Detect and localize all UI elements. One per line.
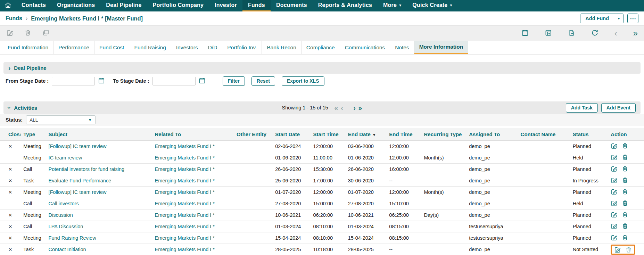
delete-activity-icon[interactable] — [622, 142, 628, 149]
from-stage-date-input[interactable] — [52, 77, 95, 85]
export-to-xls-button[interactable]: Export to XLS — [282, 76, 324, 86]
edit-activity-icon[interactable] — [611, 223, 617, 229]
more-options-button[interactable]: ⋯ — [627, 14, 638, 23]
to-date-calendar-button[interactable] — [199, 77, 206, 85]
column-header-start-time[interactable]: Start Time — [311, 128, 345, 141]
close-activity-button[interactable]: ✕ — [8, 190, 12, 195]
add-task-button[interactable]: Add Task — [566, 103, 598, 113]
delete-activity-icon[interactable] — [622, 200, 628, 206]
edit-activity-icon[interactable] — [611, 200, 617, 206]
nav-item-quick-create[interactable]: Quick Create▾ — [407, 0, 457, 11]
filter-button[interactable]: Filter — [223, 76, 245, 86]
nav-item-investor[interactable]: Investor — [209, 0, 242, 11]
collapse-chevron-icon[interactable]: › — [8, 65, 10, 71]
tab-fund-information[interactable]: Fund Information — [3, 41, 53, 54]
activity-subject-link[interactable]: LPA Discussion — [49, 224, 83, 229]
column-header-status[interactable]: Status — [570, 128, 608, 141]
breadcrumb-funds-link[interactable]: Funds — [6, 15, 22, 22]
from-date-calendar-button[interactable] — [98, 77, 105, 85]
expand-chevron-icon[interactable]: › — [6, 107, 13, 109]
nav-item-funds[interactable]: Funds — [242, 0, 271, 11]
related-to-link[interactable]: Emerging Markets Fund I * — [155, 235, 215, 241]
column-header-action[interactable]: Action — [608, 128, 644, 141]
edit-record-button[interactable] — [6, 29, 13, 37]
column-header-end-date[interactable]: End Date▼ — [345, 128, 387, 141]
duplicate-record-button[interactable] — [42, 29, 49, 37]
import-table-button[interactable] — [545, 29, 552, 38]
close-activity-button[interactable]: ✕ — [8, 213, 12, 218]
tab-more-information[interactable]: More Information — [414, 41, 468, 54]
edit-activity-icon[interactable] — [611, 234, 617, 241]
export-document-button[interactable] — [568, 29, 575, 38]
related-to-link[interactable]: Emerging Markets Fund I * — [155, 166, 215, 172]
close-activity-button[interactable]: ✕ — [8, 178, 12, 183]
related-to-link[interactable]: Emerging Markets Fund I * — [155, 189, 215, 195]
delete-activity-icon[interactable] — [622, 177, 628, 183]
to-stage-date-input[interactable] — [152, 77, 196, 85]
last-record-button[interactable]: » — [633, 29, 638, 38]
tab-fund-raising[interactable]: Fund Raising — [129, 41, 171, 54]
edit-activity-icon[interactable] — [611, 177, 617, 183]
deal-pipeline-section-bar[interactable]: › Deal Pipeline — [3, 62, 641, 74]
close-activity-button[interactable]: ✕ — [8, 167, 12, 172]
delete-activity-icon[interactable] — [622, 223, 628, 229]
delete-activity-icon[interactable] — [622, 154, 628, 161]
close-activity-button[interactable]: ✕ — [8, 236, 12, 241]
tab-fund-cost[interactable]: Fund Cost — [94, 41, 129, 54]
column-header-type[interactable]: Type — [20, 128, 46, 141]
add-event-button[interactable]: Add Event — [601, 103, 636, 113]
refresh-button[interactable] — [591, 29, 598, 38]
nav-item-more[interactable]: More▾ — [378, 0, 407, 11]
nav-item-organizations[interactable]: Organizations — [51, 0, 100, 11]
pager-last-icon[interactable]: » — [358, 105, 362, 111]
activity-subject-link[interactable]: [Followup] IC team review — [49, 143, 107, 149]
column-header-close[interactable]: Close — [0, 128, 20, 141]
delete-activity-icon[interactable] — [622, 188, 628, 195]
activity-subject-link[interactable]: Evaluate Fund Performance — [49, 178, 112, 183]
reset-button[interactable]: Reset — [251, 76, 275, 86]
related-to-link[interactable]: Emerging Markets Fund I * — [155, 155, 215, 161]
column-header-contact-name[interactable]: Contact Name — [518, 128, 570, 141]
nav-item-documents[interactable]: Documents — [271, 0, 313, 11]
column-header-end-time[interactable]: End Time — [386, 128, 421, 141]
tab-compliance[interactable]: Compliance — [301, 41, 340, 54]
status-dropdown[interactable]: ALL ▼ — [26, 115, 96, 124]
close-activity-button[interactable]: ✕ — [8, 224, 12, 229]
tab-investors[interactable]: Investors — [171, 41, 203, 54]
related-to-link[interactable]: Emerging Markets Fund I * — [155, 201, 215, 206]
activity-subject-link[interactable]: Discussion — [49, 212, 73, 218]
add-fund-dropdown-button[interactable]: ▾ — [614, 14, 624, 23]
pager-first-icon[interactable]: « — [335, 105, 338, 111]
tab-d-d[interactable]: D/D — [203, 41, 222, 54]
activity-subject-link[interactable]: Fund Raising Review — [49, 235, 96, 241]
pager-prev-icon[interactable]: ‹ — [341, 105, 343, 111]
related-to-link[interactable]: Emerging Markets Fund I * — [155, 212, 215, 218]
column-header-subject[interactable]: Subject — [46, 128, 152, 141]
related-to-link[interactable]: Emerging Markets Fund I * — [155, 143, 215, 149]
edit-activity-icon[interactable] — [611, 165, 617, 172]
activity-subject-link[interactable]: Call investors — [49, 201, 79, 206]
tab-portfolio-inv[interactable]: Portfolio Inv. — [222, 41, 262, 54]
calendar-button[interactable] — [521, 29, 529, 38]
activity-subject-link[interactable]: Potential investors for fund raising — [49, 166, 124, 172]
add-fund-button[interactable]: Add Fund — [580, 14, 614, 23]
edit-activity-icon[interactable] — [611, 211, 617, 218]
edit-activity-icon[interactable] — [611, 142, 617, 149]
tab-bank-recon[interactable]: Bank Recon — [262, 41, 301, 54]
nav-item-contacts[interactable]: Contacts — [16, 0, 51, 11]
column-header-start-date[interactable]: Start Date — [272, 128, 310, 141]
activity-subject-link[interactable]: IC team review — [49, 155, 82, 161]
edit-activity-icon[interactable] — [614, 246, 621, 253]
column-header-related-to[interactable]: Related To — [152, 128, 234, 141]
nav-item-portfolio-company[interactable]: Portfolio Company — [147, 0, 209, 11]
delete-activity-icon[interactable] — [622, 211, 628, 218]
activity-subject-link[interactable]: Contact Initiation — [49, 247, 86, 252]
delete-activity-icon[interactable] — [622, 165, 628, 172]
column-header-assigned-to[interactable]: Assigned To — [466, 128, 518, 141]
edit-activity-icon[interactable] — [611, 154, 617, 161]
delete-record-button[interactable] — [24, 29, 31, 37]
tab-performance[interactable]: Performance — [53, 41, 94, 54]
delete-activity-icon[interactable] — [625, 246, 632, 253]
related-to-link[interactable]: Emerging Markets Fund I * — [155, 224, 215, 229]
related-to-link[interactable]: Emerging Markets Fund I * — [155, 178, 215, 183]
